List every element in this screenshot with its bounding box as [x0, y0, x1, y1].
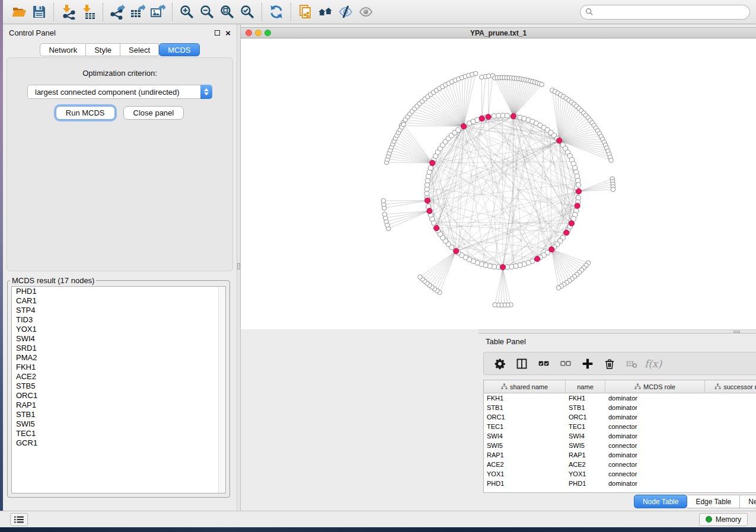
table-row[interactable]: RAP1RAP1dominator352 [484, 450, 756, 460]
mcds-result-item[interactable]: FKH1 [12, 363, 225, 372]
status-bar: Memory [0, 511, 756, 527]
export-network-icon[interactable] [107, 2, 127, 21]
close-panel-button[interactable]: Close panel [123, 106, 184, 120]
mcds-result-list[interactable]: PHD1CAR1STP4TID3YOX1SWI4SRD1PMA2FKH1ACE2… [11, 286, 226, 493]
mcds-result-item[interactable]: PMA2 [12, 353, 225, 363]
export-image-icon[interactable] [148, 2, 168, 21]
zoom-fit-icon[interactable] [217, 2, 237, 21]
table-row[interactable]: PHD1PHD1dominator180 [484, 479, 756, 488]
mcds-result-item[interactable]: SRD1 [12, 344, 225, 353]
horizontal-splitter[interactable] [479, 329, 756, 334]
close-panel-icon[interactable]: × [225, 30, 231, 36]
column-header-successor-nodes[interactable]: successor nodes [705, 380, 756, 393]
tab-select[interactable]: Select [120, 43, 159, 56]
select-all-icon[interactable] [532, 355, 554, 373]
table-cell: FKH1 [484, 395, 566, 402]
table-row[interactable]: YOX1YOX1connector291 [484, 469, 756, 479]
table-row[interactable]: ORC1ORC1dominator610 [484, 412, 756, 422]
network-graph[interactable] [241, 39, 756, 329]
table-panel-title: Table Panel [486, 337, 526, 346]
mcds-result-item[interactable]: SWI4 [12, 334, 225, 344]
deselect-all-icon[interactable] [554, 355, 576, 373]
table-cell: FKH1 [566, 395, 605, 402]
vertical-splitter[interactable] [237, 24, 241, 511]
tab-style[interactable]: Style [86, 43, 120, 56]
table-cell: 43 [705, 442, 756, 449]
mcds-list-scrollbar[interactable] [218, 287, 225, 493]
search-input[interactable] [596, 8, 745, 17]
table-cell: 46 [705, 432, 756, 440]
mcds-result-item[interactable]: STP4 [12, 306, 225, 315]
mcds-result-item[interactable]: CAR1 [12, 296, 225, 306]
tab-network-table[interactable]: Network Table [740, 495, 756, 508]
mcds-result-item[interactable]: RAP1 [12, 400, 225, 410]
table-toolbar: f(x) [483, 352, 756, 375]
control-panel: Control Panel × Network Style Select MCD… [3, 24, 237, 511]
mcds-result-item[interactable]: PHD1 [12, 287, 225, 296]
mcds-result-item[interactable]: YOX1 [12, 325, 225, 334]
show-columns-icon[interactable] [511, 355, 532, 373]
network-canvas[interactable] [241, 39, 756, 329]
optimization-criterion-select[interactable]: largest connected component (undirected) [27, 85, 212, 99]
table-panel-titlebar: Table Panel × [479, 334, 756, 349]
main-toolbar [3, 0, 756, 24]
import-network-icon[interactable] [58, 2, 78, 21]
memory-button[interactable]: Memory [699, 513, 748, 526]
tab-mcds[interactable]: MCDS [159, 43, 199, 56]
control-panel-title: Control Panel [9, 28, 56, 37]
task-history-button[interactable] [10, 513, 28, 526]
function-builder-icon[interactable]: f(x) [642, 355, 664, 373]
first-neighbors-icon[interactable] [315, 2, 336, 21]
export-table-icon[interactable] [127, 2, 148, 21]
zoom-out-icon[interactable] [197, 2, 217, 21]
mcds-result-item[interactable]: ACE2 [12, 372, 225, 382]
open-file-icon[interactable] [9, 2, 29, 21]
float-panel-icon[interactable] [215, 30, 220, 36]
splitter-handle[interactable] [733, 331, 740, 333]
column-header-name[interactable]: name [566, 380, 605, 393]
delete-table-icon[interactable] [620, 355, 642, 373]
table-row[interactable]: TEC1TEC1connector472 [484, 422, 756, 431]
column-header-shared-name[interactable]: shared name [484, 380, 566, 393]
table-row[interactable]: SWI5SWI5connector431 [484, 441, 756, 450]
save-session-icon[interactable] [29, 2, 49, 21]
tab-network[interactable]: Network [40, 43, 86, 56]
zoom-in-icon[interactable] [177, 2, 197, 21]
table-cell: RAP1 [484, 451, 566, 459]
import-table-icon[interactable] [78, 2, 98, 21]
column-header-mcds-role[interactable]: MCDS role [605, 380, 705, 393]
refresh-layout-icon[interactable] [266, 2, 286, 21]
mcds-result-item[interactable]: STB5 [12, 382, 225, 391]
mcds-result-item[interactable]: SWI5 [12, 419, 225, 429]
optimization-criterion-label: Optimization criterion: [7, 69, 232, 78]
table-row[interactable]: FKH1FKH1dominator962 [484, 393, 756, 403]
desktop-wallpaper-bottom [0, 527, 756, 532]
mcds-result-item[interactable]: STB1 [12, 410, 225, 419]
create-column-icon[interactable] [576, 355, 598, 373]
show-hidden-icon[interactable] [356, 2, 376, 21]
toolbar-separator [261, 3, 262, 21]
mcds-result-item[interactable]: TEC1 [12, 429, 225, 438]
table-row[interactable]: STB1STB1dominator620 [484, 403, 756, 412]
table-cell: ORC1 [484, 414, 566, 421]
splitter-handle[interactable] [237, 263, 240, 270]
network-window-titlebar[interactable]: YPA_prune.txt_1 [241, 27, 756, 39]
run-mcds-button[interactable]: Run MCDS [56, 106, 115, 120]
mcds-result-item[interactable]: GCR1 [12, 438, 225, 448]
network-from-selection-icon[interactable] [295, 2, 315, 21]
table-row[interactable]: ACE2ACE2connector311 [484, 460, 756, 469]
hide-selected-icon[interactable] [336, 2, 356, 21]
delete-columns-icon[interactable] [598, 355, 620, 373]
table-row[interactable]: SWI4SWI4dominator462 [484, 431, 756, 441]
mcds-result-item[interactable]: ORC1 [12, 391, 225, 400]
mcds-result-item[interactable]: TID3 [12, 315, 225, 325]
settings-icon[interactable] [489, 355, 511, 373]
tab-edge-table[interactable]: Edge Table [687, 495, 740, 508]
mcds-result-items: PHD1CAR1STP4TID3YOX1SWI4SRD1PMA2FKH1ACE2… [12, 287, 225, 448]
tab-node-table[interactable]: Node Table [634, 495, 688, 508]
table-cell: connector [605, 461, 705, 468]
table-cell: PHD1 [566, 480, 605, 487]
zoom-selected-icon[interactable] [237, 2, 257, 21]
table-cell: 18 [705, 480, 756, 487]
search-field[interactable] [580, 5, 750, 20]
